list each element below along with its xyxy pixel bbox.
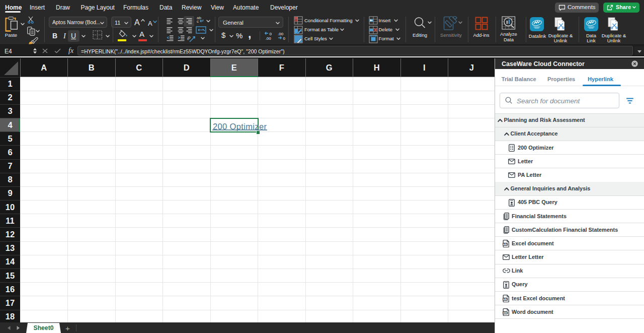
svg-text:DOC: DOC <box>504 312 508 314</box>
svg-text:0: 0 <box>283 36 286 41</box>
svg-text:.00: .00 <box>266 36 272 41</box>
svg-text:.00: .00 <box>278 32 284 36</box>
svg-text:XLS: XLS <box>504 243 508 245</box>
svg-text:0: 0 <box>270 32 272 36</box>
svg-text:XLS: XLS <box>504 298 508 300</box>
